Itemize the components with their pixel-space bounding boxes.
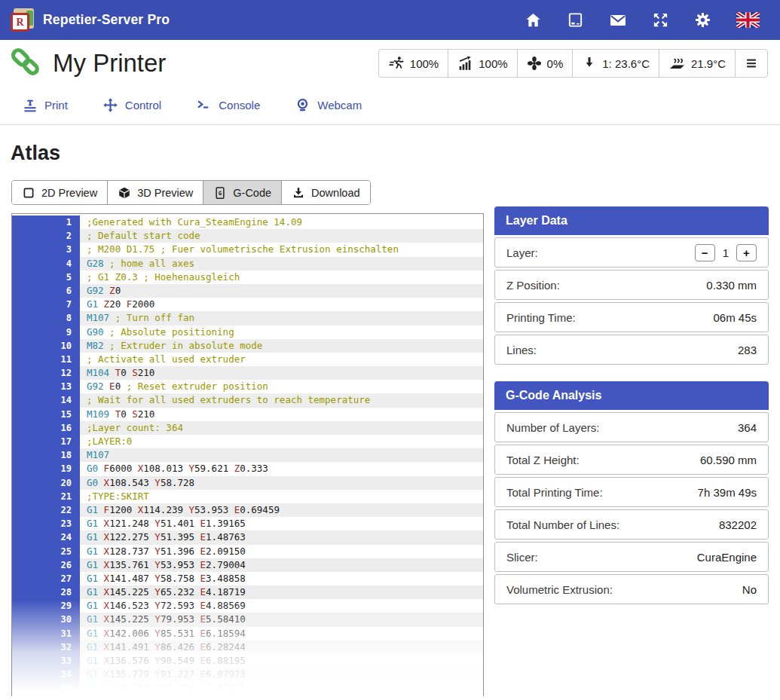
webcam-icon bbox=[295, 97, 310, 113]
gcode-analysis-row: Number of Layers:364 bbox=[494, 412, 769, 442]
gcode-line: 10M82 ; Extruder in absolute mode bbox=[12, 339, 483, 353]
gcode-line: 17;LAYER:0 bbox=[12, 435, 483, 448]
gcode-line: 15M109 T0 S210 bbox=[12, 408, 483, 421]
gcode-text: ; M200 D1.75 ; Fuer volumetrische Extrus… bbox=[80, 243, 483, 256]
row-label: Lines: bbox=[506, 344, 537, 356]
job-title: Atlas bbox=[11, 142, 780, 165]
tab-webcam[interactable]: Webcam bbox=[295, 97, 362, 124]
layer-data-row: Printing Time:06m 45s bbox=[494, 302, 769, 332]
hamburger-icon bbox=[745, 57, 758, 70]
speed-status[interactable]: 100% bbox=[379, 50, 448, 77]
gcode-text: M82 ; Extruder in absolute mode bbox=[80, 339, 483, 353]
gcode-line: 2; Default start code bbox=[12, 229, 483, 243]
row-value: CuraEngine bbox=[697, 551, 757, 564]
line-number: 18 bbox=[12, 448, 80, 462]
book-icon[interactable] bbox=[567, 11, 584, 29]
view-button-label: 3D Preview bbox=[137, 187, 193, 199]
printer-menu-button[interactable] bbox=[735, 50, 767, 77]
row-label: Z Position: bbox=[506, 279, 560, 292]
gcode-line: 8M107 ; Turn off fan bbox=[12, 311, 483, 325]
print-icon bbox=[23, 98, 38, 113]
row-label: Total Number of Lines: bbox=[506, 518, 619, 531]
gcode-line: 27G1 X141.487 Y58.758 E3.48858 bbox=[12, 572, 483, 585]
line-number: 29 bbox=[12, 599, 80, 613]
gcode-line: 19G0 F6000 X108.013 Y59.621 Z0.333 bbox=[12, 462, 483, 475]
heated-bed-icon bbox=[668, 55, 686, 72]
line-number: 3 bbox=[12, 243, 80, 256]
download-button[interactable]: Download bbox=[281, 181, 370, 204]
mail-icon[interactable] bbox=[609, 11, 627, 29]
gcode-line: 13G92 E0 ; Reset extruder position bbox=[12, 380, 483, 393]
home-icon[interactable] bbox=[525, 11, 542, 29]
gcode-text: ;LAYER:0 bbox=[80, 435, 483, 448]
gcode-viewer[interactable]: 1;Generated with Cura_SteamEngine 14.092… bbox=[11, 213, 484, 696]
gcode-text: G1 X136.576 Y90.549 E6.88195 bbox=[80, 654, 483, 668]
gcode-analysis-rows: Number of Layers:364Total Z Height:60.59… bbox=[494, 412, 769, 604]
flow-bars-icon bbox=[457, 56, 473, 72]
gcode-text: ;Generated with Cura_SteamEngine 14.09 bbox=[80, 216, 483, 229]
view-3d-preview-button[interactable]: 3D Preview bbox=[107, 181, 203, 204]
gcode-line: 3; M200 D1.75 ; Fuer volumetrische Extru… bbox=[12, 243, 483, 256]
line-number: 21 bbox=[12, 490, 80, 503]
tab-control[interactable]: Control bbox=[102, 97, 161, 124]
gcode-text: G1 X145.225 Y79.953 E5.58410 bbox=[80, 613, 483, 626]
layer-value: 1 bbox=[723, 246, 729, 259]
settings-gear-icon[interactable] bbox=[694, 11, 711, 29]
line-number: 20 bbox=[12, 476, 80, 490]
tab-label: Control bbox=[125, 99, 161, 112]
panel-title: G-Code Analysis bbox=[494, 381, 769, 410]
gcode-line: 23G1 X121.248 Y51.401 E1.39165 bbox=[12, 517, 483, 530]
gcode-text: G1 X135.761 Y53.953 E2.79004 bbox=[80, 558, 483, 572]
gcode-text: M107 ; Turn off fan bbox=[80, 311, 483, 325]
line-number: 26 bbox=[12, 558, 80, 572]
fullscreen-icon[interactable] bbox=[652, 11, 669, 29]
terminal-icon bbox=[196, 97, 212, 113]
line-number: 30 bbox=[12, 613, 80, 626]
panel-title: Layer Data bbox=[494, 206, 769, 235]
tab-print[interactable]: Print bbox=[23, 97, 68, 124]
printer-status-bar: 100% 100% bbox=[378, 49, 768, 78]
layer-decrement-button[interactable]: − bbox=[695, 244, 715, 261]
view-button-label: 2D Preview bbox=[41, 187, 97, 199]
navbar-icons bbox=[525, 11, 769, 29]
tab-console[interactable]: Console bbox=[196, 97, 260, 124]
link-chain-icon[interactable] bbox=[9, 46, 44, 81]
cube-icon bbox=[118, 186, 131, 200]
bed-status[interactable]: 21.9°C bbox=[659, 50, 735, 77]
line-number: 11 bbox=[12, 353, 80, 366]
gcode-line: 21;TYPE:SKIRT bbox=[12, 490, 483, 503]
gcode-text: M104 T0 S210 bbox=[80, 366, 483, 380]
gcode-text: G1 X142.006 Y85.531 E6.18594 bbox=[80, 627, 483, 640]
view-2d-preview-button[interactable]: 2D Preview bbox=[12, 181, 107, 204]
gcode-line: 20G0 X108.543 Y58.728 bbox=[12, 476, 483, 490]
gcode-analysis-panel: G-Code Analysis Number of Layers:364Tota… bbox=[494, 381, 769, 604]
tab-label: Print bbox=[44, 99, 68, 112]
layer-increment-button[interactable]: + bbox=[736, 244, 757, 261]
bed-value: 21.9°C bbox=[691, 57, 726, 70]
brand[interactable]: R Repetier-Server Pro bbox=[11, 8, 170, 32]
line-number: 9 bbox=[12, 326, 80, 339]
row-label: Total Printing Time: bbox=[506, 486, 603, 499]
gcode-text: M109 T0 S210 bbox=[80, 408, 483, 421]
line-number: 7 bbox=[12, 298, 80, 311]
gcode-line: 25G1 X128.737 Y51.396 E2.09150 bbox=[12, 545, 483, 558]
line-number: 22 bbox=[12, 503, 80, 517]
gcode-text: ; G1 Z0.3 ; Hoehenausgleich bbox=[80, 271, 483, 284]
fan-icon bbox=[527, 56, 542, 71]
line-number: 17 bbox=[12, 435, 80, 448]
gcode-line: 16;Layer count: 364 bbox=[12, 421, 483, 435]
line-number: 6 bbox=[12, 284, 80, 298]
extruder-status[interactable]: 1: 23.6°C bbox=[572, 50, 659, 77]
view-gcode-button[interactable]: G G-Code bbox=[203, 181, 281, 204]
language-flag-icon[interactable] bbox=[736, 12, 760, 28]
line-number: 35 bbox=[12, 681, 80, 695]
layer-stepper: −1+ bbox=[695, 244, 757, 261]
gcode-line: 24G1 X122.275 Y51.395 E1.48763 bbox=[12, 530, 483, 544]
gcode-line: 18M107 bbox=[12, 448, 483, 462]
gcode-analysis-row: Volumetric Extrusion:No bbox=[494, 574, 769, 604]
flow-status[interactable]: 100% bbox=[448, 50, 516, 77]
gcode-line: 26G1 X135.761 Y53.953 E2.79004 bbox=[12, 558, 483, 572]
speed-value: 100% bbox=[410, 57, 439, 70]
runner-icon bbox=[388, 55, 405, 72]
fan-status[interactable]: 0% bbox=[517, 50, 573, 77]
